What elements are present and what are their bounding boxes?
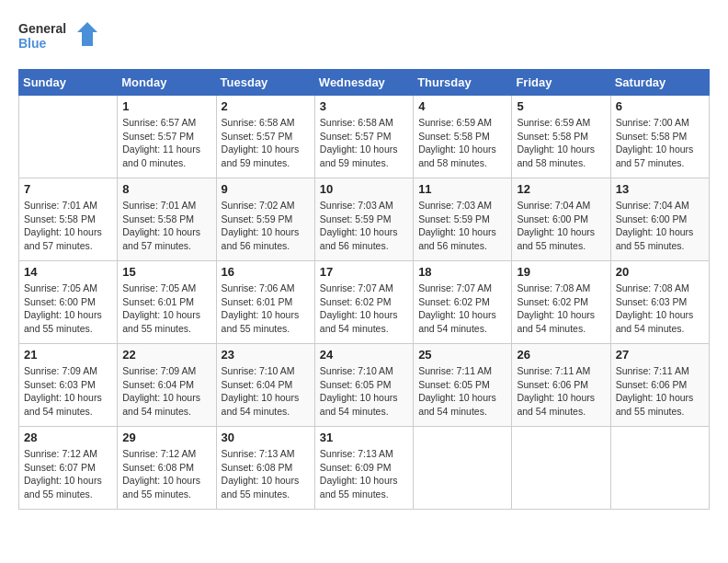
- calendar-cell: [512, 427, 610, 510]
- day-info: Sunrise: 7:09 AMSunset: 6:04 PMDaylight:…: [122, 364, 210, 419]
- day-number: 14: [24, 265, 112, 279]
- day-number: 16: [222, 265, 310, 279]
- day-number: 30: [222, 431, 310, 444]
- week-row-1: 1Sunrise: 6:57 AMSunset: 5:57 PMDaylight…: [19, 96, 710, 178]
- day-info: Sunrise: 7:07 AMSunset: 6:02 PMDaylight:…: [418, 282, 506, 336]
- day-number: 25: [418, 348, 506, 362]
- calendar-cell: 7Sunrise: 7:01 AMSunset: 5:58 PMDaylight…: [19, 178, 118, 261]
- calendar-cell: 2Sunrise: 6:58 AMSunset: 5:57 PMDaylight…: [216, 96, 314, 178]
- day-info: Sunrise: 7:11 AMSunset: 6:06 PMDaylight:…: [616, 364, 704, 419]
- calendar-cell: 17Sunrise: 7:07 AMSunset: 6:02 PMDayligh…: [314, 261, 413, 344]
- calendar-cell: 29Sunrise: 7:12 AMSunset: 6:08 PMDayligh…: [118, 427, 216, 510]
- calendar-cell: 25Sunrise: 7:11 AMSunset: 6:05 PMDayligh…: [414, 344, 512, 427]
- day-number: 20: [616, 265, 704, 279]
- calendar-cell: [610, 427, 709, 510]
- header-day-thursday: Thursday: [414, 70, 512, 96]
- day-info: Sunrise: 7:03 AMSunset: 5:59 PMDaylight:…: [320, 199, 408, 253]
- header-row: SundayMondayTuesdayWednesdayThursdayFrid…: [19, 70, 710, 96]
- day-info: Sunrise: 6:57 AMSunset: 5:57 PMDaylight:…: [122, 116, 210, 170]
- day-info: Sunrise: 7:10 AMSunset: 6:05 PMDaylight:…: [320, 364, 408, 419]
- day-number: 6: [616, 99, 704, 113]
- day-number: 4: [418, 99, 506, 113]
- day-info: Sunrise: 7:11 AMSunset: 6:06 PMDaylight:…: [517, 364, 605, 419]
- calendar-cell: 12Sunrise: 7:04 AMSunset: 6:00 PMDayligh…: [512, 178, 610, 261]
- calendar-cell: [19, 96, 118, 178]
- day-number: 29: [122, 431, 210, 444]
- day-number: 26: [517, 348, 605, 362]
- calendar-cell: 15Sunrise: 7:05 AMSunset: 6:01 PMDayligh…: [118, 261, 216, 344]
- header: General Blue: [18, 18, 710, 60]
- day-number: 19: [517, 265, 605, 279]
- calendar-cell: 30Sunrise: 7:13 AMSunset: 6:08 PMDayligh…: [216, 427, 314, 510]
- day-info: Sunrise: 7:07 AMSunset: 6:02 PMDaylight:…: [320, 282, 408, 336]
- svg-text:Blue: Blue: [18, 36, 47, 51]
- day-number: 3: [320, 99, 408, 113]
- day-number: 5: [517, 99, 605, 113]
- calendar-cell: 1Sunrise: 6:57 AMSunset: 5:57 PMDaylight…: [118, 96, 216, 178]
- day-number: 22: [122, 348, 210, 362]
- header-day-saturday: Saturday: [610, 70, 709, 96]
- day-info: Sunrise: 7:09 AMSunset: 6:03 PMDaylight:…: [24, 364, 112, 419]
- day-info: Sunrise: 7:05 AMSunset: 6:00 PMDaylight:…: [24, 282, 112, 336]
- day-number: 27: [616, 348, 704, 362]
- calendar-cell: 11Sunrise: 7:03 AMSunset: 5:59 PMDayligh…: [414, 178, 512, 261]
- day-info: Sunrise: 7:04 AMSunset: 6:00 PMDaylight:…: [517, 199, 605, 253]
- day-number: 12: [517, 182, 605, 196]
- svg-marker-2: [77, 22, 97, 46]
- week-row-5: 28Sunrise: 7:12 AMSunset: 6:07 PMDayligh…: [19, 427, 710, 510]
- day-number: 9: [222, 182, 310, 196]
- calendar-cell: 3Sunrise: 6:58 AMSunset: 5:57 PMDaylight…: [314, 96, 413, 178]
- day-number: 17: [320, 265, 408, 279]
- svg-text:General: General: [18, 21, 66, 36]
- header-day-tuesday: Tuesday: [216, 70, 314, 96]
- day-info: Sunrise: 7:01 AMSunset: 5:58 PMDaylight:…: [24, 199, 112, 253]
- day-number: 31: [320, 431, 408, 444]
- day-number: 28: [24, 431, 112, 444]
- day-number: 24: [320, 348, 408, 362]
- header-day-sunday: Sunday: [19, 70, 118, 96]
- day-number: 7: [24, 182, 112, 196]
- day-info: Sunrise: 7:13 AMSunset: 6:09 PMDaylight:…: [320, 447, 408, 501]
- calendar-cell: 22Sunrise: 7:09 AMSunset: 6:04 PMDayligh…: [118, 344, 216, 427]
- calendar-cell: 26Sunrise: 7:11 AMSunset: 6:06 PMDayligh…: [512, 344, 610, 427]
- logo-icon: General Blue: [18, 18, 101, 60]
- calendar-cell: 23Sunrise: 7:10 AMSunset: 6:04 PMDayligh…: [216, 344, 314, 427]
- header-day-friday: Friday: [512, 70, 610, 96]
- day-info: Sunrise: 7:10 AMSunset: 6:04 PMDaylight:…: [222, 364, 310, 419]
- day-info: Sunrise: 7:01 AMSunset: 5:58 PMDaylight:…: [122, 199, 210, 253]
- calendar-cell: 13Sunrise: 7:04 AMSunset: 6:00 PMDayligh…: [610, 178, 709, 261]
- calendar-cell: 20Sunrise: 7:08 AMSunset: 6:03 PMDayligh…: [610, 261, 709, 344]
- day-info: Sunrise: 6:59 AMSunset: 5:58 PMDaylight:…: [418, 116, 506, 170]
- calendar-cell: 31Sunrise: 7:13 AMSunset: 6:09 PMDayligh…: [314, 427, 413, 510]
- calendar-cell: 6Sunrise: 7:00 AMSunset: 5:58 PMDaylight…: [610, 96, 709, 178]
- day-number: 8: [122, 182, 210, 196]
- day-number: 2: [222, 99, 310, 113]
- calendar-cell: [414, 427, 512, 510]
- week-row-2: 7Sunrise: 7:01 AMSunset: 5:58 PMDaylight…: [19, 178, 710, 261]
- calendar-cell: 27Sunrise: 7:11 AMSunset: 6:06 PMDayligh…: [610, 344, 709, 427]
- calendar-cell: 19Sunrise: 7:08 AMSunset: 6:02 PMDayligh…: [512, 261, 610, 344]
- calendar-cell: 4Sunrise: 6:59 AMSunset: 5:58 PMDaylight…: [414, 96, 512, 178]
- logo: General Blue: [18, 18, 101, 60]
- day-info: Sunrise: 7:13 AMSunset: 6:08 PMDaylight:…: [222, 447, 310, 501]
- day-info: Sunrise: 7:08 AMSunset: 6:02 PMDaylight:…: [517, 282, 605, 336]
- day-info: Sunrise: 7:00 AMSunset: 5:58 PMDaylight:…: [616, 116, 704, 170]
- day-number: 23: [222, 348, 310, 362]
- day-number: 11: [418, 182, 506, 196]
- day-info: Sunrise: 7:02 AMSunset: 5:59 PMDaylight:…: [222, 199, 310, 253]
- calendar-cell: 9Sunrise: 7:02 AMSunset: 5:59 PMDaylight…: [216, 178, 314, 261]
- day-info: Sunrise: 6:58 AMSunset: 5:57 PMDaylight:…: [222, 116, 310, 170]
- calendar-cell: 28Sunrise: 7:12 AMSunset: 6:07 PMDayligh…: [19, 427, 118, 510]
- day-info: Sunrise: 7:03 AMSunset: 5:59 PMDaylight:…: [418, 199, 506, 253]
- day-number: 18: [418, 265, 506, 279]
- day-number: 1: [122, 99, 210, 113]
- calendar-cell: 24Sunrise: 7:10 AMSunset: 6:05 PMDayligh…: [314, 344, 413, 427]
- calendar-cell: 10Sunrise: 7:03 AMSunset: 5:59 PMDayligh…: [314, 178, 413, 261]
- header-day-monday: Monday: [118, 70, 216, 96]
- day-number: 21: [24, 348, 112, 362]
- day-info: Sunrise: 7:04 AMSunset: 6:00 PMDaylight:…: [616, 199, 704, 253]
- calendar-cell: 16Sunrise: 7:06 AMSunset: 6:01 PMDayligh…: [216, 261, 314, 344]
- week-row-4: 21Sunrise: 7:09 AMSunset: 6:03 PMDayligh…: [19, 344, 710, 427]
- day-info: Sunrise: 7:12 AMSunset: 6:08 PMDaylight:…: [122, 447, 210, 501]
- day-info: Sunrise: 7:06 AMSunset: 6:01 PMDaylight:…: [222, 282, 310, 336]
